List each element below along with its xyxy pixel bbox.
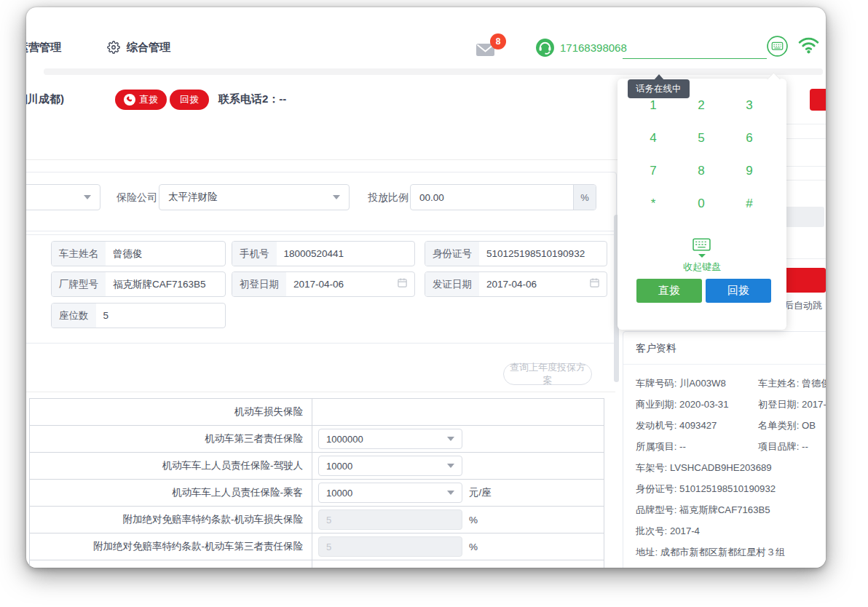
nav-menu-general[interactable]: 综合管理	[127, 41, 170, 55]
wifi-status-icon	[797, 34, 821, 57]
customer-info-row: 所属项目: -- 项目品牌: --	[636, 436, 826, 457]
customer-info-row: 发动机号: 4093427 名单类别: OB	[636, 415, 826, 436]
issue-date-value: 2017-04-06	[479, 279, 544, 290]
clipped-submit-button[interactable]	[782, 268, 826, 293]
row-divider	[781, 124, 826, 124]
id-card-number: 身份证号: 510125198510190932	[636, 483, 776, 496]
coverage-label: 机动车第三者责任保险	[30, 426, 312, 452]
seats-field[interactable]: 座位数 5	[51, 303, 226, 328]
id-number-field[interactable]: 身份证号 510125198510190932	[425, 241, 607, 266]
nav-menu-operations[interactable]: 运营管理	[26, 41, 61, 55]
table-row: 机动车车上人员责任保险-乘客 10000 元/座	[30, 480, 604, 507]
tooltip-arrow-icon	[654, 74, 664, 80]
gear-icon	[107, 41, 120, 57]
customer-info-row: 品牌型号: 福克斯牌CAF7163B5	[636, 499, 826, 520]
issue-date-label: 发证日期	[425, 272, 479, 296]
coverage-table: 机动车损失保险 机动车第三者责任保险 1000000 机动车车上人员责任保险-驾…	[29, 398, 604, 568]
phone-icon	[124, 94, 135, 106]
contact-phone2: 联系电话2： --	[218, 92, 286, 106]
customer-info-row: 身份证号: 510125198510190932	[636, 478, 826, 499]
table-row: 机动车车上人员责任保险-驾驶人 10000	[30, 453, 604, 480]
chevron-down-icon	[447, 437, 454, 441]
project: 所属项目: --	[636, 440, 758, 453]
dialpad-popup: 1 2 3 4 5 6 7 8 9 * 0 # 收起键盘 直拨 回拨	[618, 79, 786, 330]
key-hash[interactable]: #	[725, 187, 773, 220]
owner-name: 车主姓名: 曾德俊	[758, 377, 826, 390]
customer-info-row: 车架号: LVSHCADB9HE203689	[636, 457, 826, 478]
contact-phone2-label: 联系电话2：	[218, 92, 279, 106]
coverage-suffix: %	[469, 515, 478, 525]
key-7[interactable]: 7	[629, 154, 677, 187]
agent-status-tooltip: 话务在线中	[628, 79, 690, 98]
coverage-label: 机动车车上人员责任保险-驾驶人	[30, 453, 312, 479]
key-6[interactable]: 6	[725, 122, 773, 154]
key-star[interactable]: *	[629, 187, 677, 220]
table-row: 附加绝对免赔率特约条款-机动车第三者责任保险 5 %	[30, 533, 604, 560]
chevron-down-icon	[447, 491, 454, 495]
table-row: 附加绝对免赔率特约条款-机动车损失保险 5 %	[30, 507, 604, 533]
owner-name-value: 曾德俊	[106, 247, 150, 261]
notification-badge: 8	[490, 33, 506, 49]
chevron-down-icon	[333, 195, 340, 199]
batch-number: 批次号: 2017-4	[636, 525, 700, 538]
table-row: 机动车第三者责任保险 1000000	[30, 426, 604, 453]
customer-info-row: 商业到期: 2020-03-31 初登日期: 2017-04-	[636, 394, 826, 415]
plate-number: 车牌号码: 川A003W8	[636, 377, 758, 390]
table-row: 机动车损失保险	[30, 399, 604, 426]
dialpad-keyboard-icon[interactable]	[766, 35, 789, 60]
deductible-input-disabled: 5	[318, 509, 462, 530]
seats-label: 座位数	[52, 304, 96, 328]
clipped-red-action-button[interactable]	[810, 89, 826, 111]
model-value: 福克斯牌CAF7163B5	[106, 278, 213, 291]
coverage-amount-value: 10000	[326, 461, 352, 472]
headset-agent-icon	[535, 38, 555, 60]
key-3[interactable]: 3	[725, 89, 773, 122]
query-last-year-plan-button[interactable]: 查询上年度投保方案	[503, 363, 592, 385]
dialpad-direct-dial-button[interactable]: 直拨	[636, 279, 702, 303]
row-divider	[781, 180, 826, 180]
horizontal-scrollbar-track[interactable]	[44, 68, 823, 75]
coverage-amount-select[interactable]: 10000	[318, 456, 462, 476]
issue-date-field[interactable]: 发证日期 2017-04-06	[425, 271, 607, 297]
clipped-select[interactable]	[26, 184, 100, 210]
ratio-input[interactable]: 00.00	[411, 185, 573, 210]
dial-number-input[interactable]	[623, 41, 767, 59]
key-0[interactable]: 0	[677, 187, 725, 220]
coverage-label: 机动车车上人员责任保险-乘客	[30, 480, 312, 506]
model-field[interactable]: 厂牌型号 福克斯牌CAF7163B5	[51, 271, 226, 297]
seats-value: 5	[96, 310, 117, 321]
key-8[interactable]: 8	[677, 154, 725, 187]
insurer-select[interactable]: 太平洋财险	[159, 184, 350, 210]
direct-dial-button[interactable]: 直拨	[115, 90, 167, 110]
auto-jump-text-clipped: 后自动跳	[784, 299, 822, 312]
contact-phone2-value: --	[279, 92, 286, 106]
owner-name-label: 车主姓名	[52, 242, 106, 266]
key-4[interactable]: 4	[629, 122, 677, 154]
ratio-input-group: 00.00 %	[410, 184, 596, 210]
insurer-select-value: 太平洋财险	[168, 191, 218, 204]
collapse-keyboard-button[interactable]: 收起键盘	[618, 261, 786, 274]
row-divider	[781, 166, 826, 167]
calendar-icon	[589, 277, 600, 291]
id-number-label: 身份证号	[425, 242, 479, 266]
key-5[interactable]: 5	[677, 122, 725, 154]
coverage-suffix: 元/座	[469, 486, 492, 499]
first-reg-date: 初登日期: 2017-04-	[758, 398, 826, 411]
first-reg-date-field[interactable]: 初登日期 2017-04-06	[232, 271, 415, 297]
calendar-icon	[397, 277, 408, 291]
callback-button[interactable]: 回拨	[170, 90, 209, 110]
insurer-label: 保险公司	[117, 191, 157, 205]
dialpad-callback-button[interactable]: 回拨	[706, 279, 771, 303]
coverage-suffix: %	[469, 541, 478, 552]
coverage-amount-select[interactable]: 1000000	[318, 429, 462, 449]
project-brand: 项目品牌: --	[758, 440, 808, 453]
app-window: 运营管理 综合管理 8 17168398068	[26, 7, 826, 568]
chevron-down-icon	[447, 464, 454, 468]
mobile-field[interactable]: 手机号 18000520441	[232, 241, 415, 266]
key-9[interactable]: 9	[725, 154, 773, 187]
coverage-amount-select[interactable]: 10000	[318, 483, 462, 503]
owner-name-field[interactable]: 车主姓名 曾德俊	[51, 241, 226, 266]
ratio-label: 投放比例	[368, 191, 409, 205]
id-number-value: 510125198510190932	[479, 248, 592, 259]
first-reg-value: 2017-04-06	[286, 279, 351, 290]
